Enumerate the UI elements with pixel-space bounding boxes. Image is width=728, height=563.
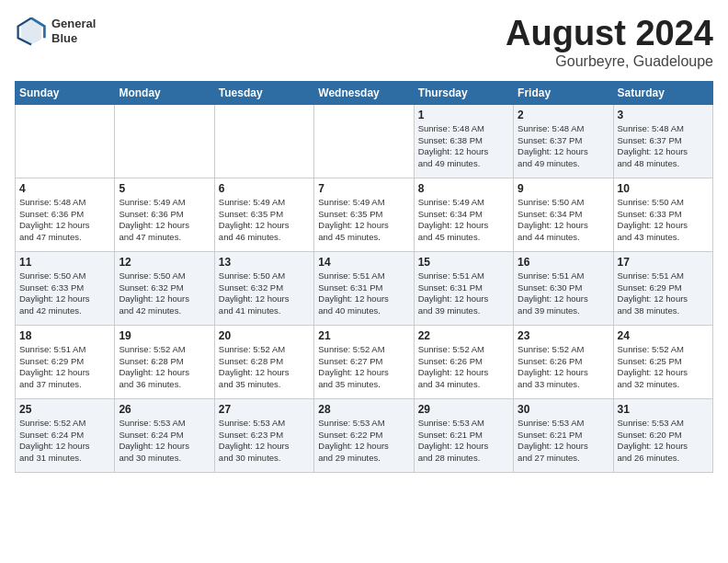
day-info: Sunrise: 5:48 AMSunset: 6:38 PMDaylight:…	[418, 123, 509, 170]
day-number: 21	[318, 329, 409, 342]
day-info: Sunrise: 5:49 AMSunset: 6:36 PMDaylight:…	[119, 197, 210, 244]
day-number: 14	[318, 256, 409, 269]
day-number: 1	[418, 109, 509, 121]
day-info: Sunrise: 5:52 AMSunset: 6:24 PMDaylight:…	[19, 418, 110, 465]
day-info: Sunrise: 5:53 AMSunset: 6:24 PMDaylight:…	[119, 418, 210, 465]
day-info: Sunrise: 5:52 AMSunset: 6:26 PMDaylight:…	[418, 344, 509, 391]
day-info: Sunrise: 5:50 AMSunset: 6:33 PMDaylight:…	[19, 270, 110, 317]
day-number: 17	[618, 256, 709, 269]
day-number: 30	[518, 403, 609, 416]
day-info: Sunrise: 5:52 AMSunset: 6:28 PMDaylight:…	[219, 344, 310, 391]
calendar-cell: 4Sunrise: 5:48 AMSunset: 6:36 PMDaylight…	[16, 178, 115, 251]
day-info: Sunrise: 5:52 AMSunset: 6:28 PMDaylight:…	[119, 344, 210, 391]
day-info: Sunrise: 5:52 AMSunset: 6:26 PMDaylight:…	[518, 344, 609, 391]
day-info: Sunrise: 5:50 AMSunset: 6:32 PMDaylight:…	[219, 270, 310, 317]
calendar-cell: 24Sunrise: 5:52 AMSunset: 6:25 PMDayligh…	[613, 325, 712, 398]
day-info: Sunrise: 5:53 AMSunset: 6:21 PMDaylight:…	[418, 418, 509, 465]
day-info: Sunrise: 5:52 AMSunset: 6:25 PMDaylight:…	[618, 344, 709, 391]
calendar-cell	[16, 104, 115, 178]
week-row-5: 25Sunrise: 5:52 AMSunset: 6:24 PMDayligh…	[16, 398, 713, 472]
title-block: August 2024 Gourbeyre, Guadeloupe	[506, 15, 713, 70]
day-info: Sunrise: 5:50 AMSunset: 6:33 PMDaylight:…	[618, 197, 709, 244]
column-header-wednesday: Wednesday	[314, 81, 414, 104]
day-info: Sunrise: 5:50 AMSunset: 6:34 PMDaylight:…	[518, 197, 609, 244]
day-number: 18	[19, 329, 110, 342]
day-number: 28	[318, 403, 409, 416]
column-header-sunday: Sunday	[16, 81, 115, 104]
logo-line1: General	[51, 17, 96, 31]
day-info: Sunrise: 5:53 AMSunset: 6:21 PMDaylight:…	[518, 418, 609, 465]
day-number: 31	[618, 403, 709, 416]
calendar-cell: 20Sunrise: 5:52 AMSunset: 6:28 PMDayligh…	[214, 325, 313, 398]
page-header: General Blue August 2024 Gourbeyre, Guad…	[15, 15, 713, 70]
week-row-2: 4Sunrise: 5:48 AMSunset: 6:36 PMDaylight…	[16, 178, 713, 251]
calendar-cell	[314, 104, 414, 178]
calendar-cell: 30Sunrise: 5:53 AMSunset: 6:21 PMDayligh…	[514, 398, 613, 472]
location: Gourbeyre, Guadeloupe	[506, 53, 713, 70]
calendar-cell	[214, 104, 313, 178]
day-info: Sunrise: 5:48 AMSunset: 6:37 PMDaylight:…	[618, 123, 709, 170]
calendar-cell: 1Sunrise: 5:48 AMSunset: 6:38 PMDaylight…	[414, 104, 513, 178]
day-info: Sunrise: 5:50 AMSunset: 6:32 PMDaylight:…	[119, 270, 210, 317]
calendar-cell: 19Sunrise: 5:52 AMSunset: 6:28 PMDayligh…	[115, 325, 214, 398]
day-number: 25	[19, 403, 110, 416]
day-number: 24	[618, 329, 709, 342]
calendar-cell: 2Sunrise: 5:48 AMSunset: 6:37 PMDaylight…	[514, 104, 613, 178]
calendar-cell: 28Sunrise: 5:53 AMSunset: 6:22 PMDayligh…	[314, 398, 414, 472]
day-number: 7	[318, 182, 409, 195]
column-header-tuesday: Tuesday	[214, 81, 313, 104]
day-info: Sunrise: 5:49 AMSunset: 6:35 PMDaylight:…	[219, 197, 310, 244]
calendar-cell: 8Sunrise: 5:49 AMSunset: 6:34 PMDaylight…	[414, 178, 513, 251]
calendar-cell: 22Sunrise: 5:52 AMSunset: 6:26 PMDayligh…	[414, 325, 513, 398]
column-header-monday: Monday	[115, 81, 214, 104]
logo-line2: Blue	[51, 31, 96, 46]
day-number: 19	[119, 329, 210, 342]
calendar-cell: 9Sunrise: 5:50 AMSunset: 6:34 PMDaylight…	[514, 178, 613, 251]
calendar-cell: 17Sunrise: 5:51 AMSunset: 6:29 PMDayligh…	[613, 251, 712, 325]
day-info: Sunrise: 5:51 AMSunset: 6:29 PMDaylight:…	[19, 344, 110, 391]
month-year: August 2024	[506, 15, 713, 53]
calendar-cell: 31Sunrise: 5:53 AMSunset: 6:20 PMDayligh…	[613, 398, 712, 472]
calendar-table: SundayMondayTuesdayWednesdayThursdayFrid…	[15, 81, 713, 473]
day-info: Sunrise: 5:52 AMSunset: 6:27 PMDaylight:…	[318, 344, 409, 391]
calendar-cell: 11Sunrise: 5:50 AMSunset: 6:33 PMDayligh…	[16, 251, 115, 325]
week-row-3: 11Sunrise: 5:50 AMSunset: 6:33 PMDayligh…	[16, 251, 713, 325]
calendar-cell: 14Sunrise: 5:51 AMSunset: 6:31 PMDayligh…	[314, 251, 414, 325]
logo-icon	[15, 15, 48, 48]
calendar-cell: 21Sunrise: 5:52 AMSunset: 6:27 PMDayligh…	[314, 325, 414, 398]
day-number: 3	[618, 109, 709, 121]
day-number: 27	[219, 403, 310, 416]
day-number: 13	[219, 256, 310, 269]
calendar-cell: 3Sunrise: 5:48 AMSunset: 6:37 PMDaylight…	[613, 104, 712, 178]
day-number: 29	[418, 403, 509, 416]
day-info: Sunrise: 5:51 AMSunset: 6:29 PMDaylight:…	[618, 270, 709, 317]
day-number: 9	[518, 182, 609, 195]
column-header-thursday: Thursday	[414, 81, 513, 104]
day-number: 2	[518, 109, 609, 121]
day-info: Sunrise: 5:53 AMSunset: 6:20 PMDaylight:…	[618, 418, 709, 465]
column-header-friday: Friday	[514, 81, 613, 104]
calendar-cell: 26Sunrise: 5:53 AMSunset: 6:24 PMDayligh…	[115, 398, 214, 472]
calendar-cell: 6Sunrise: 5:49 AMSunset: 6:35 PMDaylight…	[214, 178, 313, 251]
calendar-cell: 7Sunrise: 5:49 AMSunset: 6:35 PMDaylight…	[314, 178, 414, 251]
calendar-cell: 18Sunrise: 5:51 AMSunset: 6:29 PMDayligh…	[16, 325, 115, 398]
calendar-cell: 23Sunrise: 5:52 AMSunset: 6:26 PMDayligh…	[514, 325, 613, 398]
calendar-cell: 27Sunrise: 5:53 AMSunset: 6:23 PMDayligh…	[214, 398, 313, 472]
column-header-saturday: Saturday	[613, 81, 712, 104]
day-info: Sunrise: 5:51 AMSunset: 6:30 PMDaylight:…	[518, 270, 609, 317]
day-info: Sunrise: 5:51 AMSunset: 6:31 PMDaylight:…	[418, 270, 509, 317]
calendar-header-row: SundayMondayTuesdayWednesdayThursdayFrid…	[16, 81, 713, 104]
calendar-cell: 13Sunrise: 5:50 AMSunset: 6:32 PMDayligh…	[214, 251, 313, 325]
day-number: 8	[418, 182, 509, 195]
day-number: 11	[19, 256, 110, 269]
day-info: Sunrise: 5:53 AMSunset: 6:23 PMDaylight:…	[219, 418, 310, 465]
day-number: 23	[518, 329, 609, 342]
day-number: 6	[219, 182, 310, 195]
calendar-cell: 12Sunrise: 5:50 AMSunset: 6:32 PMDayligh…	[115, 251, 214, 325]
day-number: 20	[219, 329, 310, 342]
day-info: Sunrise: 5:51 AMSunset: 6:31 PMDaylight:…	[318, 270, 409, 317]
day-number: 22	[418, 329, 509, 342]
day-info: Sunrise: 5:49 AMSunset: 6:35 PMDaylight:…	[318, 197, 409, 244]
logo: General Blue	[15, 15, 96, 48]
logo-text: General Blue	[51, 17, 96, 45]
